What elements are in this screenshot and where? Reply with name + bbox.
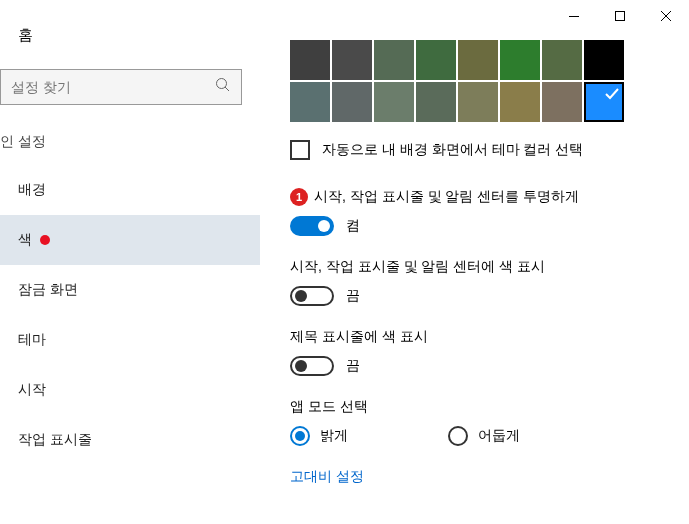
svg-rect-1 [616, 12, 625, 21]
auto-color-checkbox[interactable] [290, 140, 310, 160]
color-swatch-selected[interactable] [584, 82, 624, 122]
color-swatch[interactable] [542, 40, 582, 80]
color-swatch[interactable] [416, 82, 456, 122]
checkmark-icon [604, 86, 620, 102]
high-contrast-link[interactable]: 고대비 설정 [290, 468, 659, 486]
search-input[interactable] [11, 79, 215, 95]
svg-line-5 [225, 87, 229, 91]
auto-color-label: 자동으로 내 배경 화면에서 테마 컬러 선택 [322, 141, 583, 159]
search-input-container[interactable] [0, 69, 242, 105]
color-swatch[interactable] [458, 82, 498, 122]
show-color-toggle[interactable] [290, 286, 334, 306]
annotation-marker: 1 [290, 188, 308, 206]
color-swatch[interactable] [584, 40, 624, 80]
sidebar-item-lockscreen[interactable]: 잠금 화면 [0, 265, 260, 315]
radio-label: 밝게 [320, 427, 348, 445]
toggle-state-text: 켬 [346, 217, 360, 235]
maximize-button[interactable] [597, 0, 643, 32]
sidebar-item-label: 시작 [18, 381, 46, 399]
color-swatch[interactable] [374, 82, 414, 122]
svg-rect-0 [569, 16, 579, 17]
show-color-label: 시작, 작업 표시줄 및 알림 센터에 색 표시 [290, 258, 545, 276]
home-link[interactable]: 홈 [0, 20, 260, 51]
main-content: 자동으로 내 배경 화면에서 테마 컬러 선택 1 시작, 작업 표시줄 및 알… [260, 0, 689, 524]
sidebar-item-taskbar[interactable]: 작업 표시줄 [0, 415, 260, 465]
color-swatch[interactable] [416, 40, 456, 80]
radio-icon [448, 426, 468, 446]
titlebar-color-label: 제목 표시줄에 색 표시 [290, 328, 428, 346]
minimize-button[interactable] [551, 0, 597, 32]
sidebar-item-label: 색 [18, 231, 32, 249]
app-mode-label: 앱 모드 선택 [290, 398, 368, 416]
color-swatch[interactable] [290, 40, 330, 80]
color-swatch[interactable] [332, 40, 372, 80]
sidebar-item-label: 테마 [18, 331, 46, 349]
color-swatch[interactable] [542, 82, 582, 122]
sidebar-item-label: 배경 [18, 181, 46, 199]
radio-icon [290, 426, 310, 446]
sidebar: 홈 인 설정 배경 색 잠금 화면 테마 시작 작업 표시줄 [0, 0, 260, 524]
sidebar-item-color[interactable]: 색 [0, 215, 260, 265]
color-swatch[interactable] [332, 82, 372, 122]
indicator-dot-icon [40, 235, 50, 245]
sidebar-subheader: 인 설정 [0, 125, 260, 165]
color-swatch[interactable] [500, 40, 540, 80]
search-icon [215, 77, 231, 97]
toggle-state-text: 끔 [346, 287, 360, 305]
transparency-label: 시작, 작업 표시줄 및 알림 센터를 투명하게 [314, 188, 579, 206]
sidebar-item-theme[interactable]: 테마 [0, 315, 260, 365]
color-swatch[interactable] [374, 40, 414, 80]
transparency-toggle[interactable] [290, 216, 334, 236]
app-mode-dark-radio[interactable]: 어둡게 [448, 426, 520, 446]
titlebar-color-toggle[interactable] [290, 356, 334, 376]
radio-label: 어둡게 [478, 427, 520, 445]
color-swatch-grid [290, 40, 659, 122]
toggle-state-text: 끔 [346, 357, 360, 375]
sidebar-item-start[interactable]: 시작 [0, 365, 260, 415]
app-mode-light-radio[interactable]: 밝게 [290, 426, 348, 446]
color-swatch[interactable] [500, 82, 540, 122]
color-swatch[interactable] [458, 40, 498, 80]
sidebar-item-label: 작업 표시줄 [18, 431, 92, 449]
sidebar-item-background[interactable]: 배경 [0, 165, 260, 215]
color-swatch[interactable] [290, 82, 330, 122]
sidebar-item-label: 잠금 화면 [18, 281, 78, 299]
close-button[interactable] [643, 0, 689, 32]
